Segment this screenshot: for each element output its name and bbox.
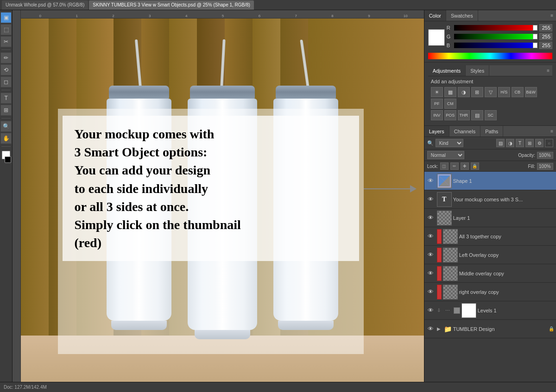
layer-middle-overlay[interactable]: 👁 Middle overlay copy: [424, 264, 556, 283]
filter-shape[interactable]: ⊞: [525, 139, 534, 147]
arrow-line: [364, 188, 410, 189]
tab-styles[interactable]: Styles: [466, 65, 489, 76]
lock-position[interactable]: ✚: [461, 162, 469, 170]
adj-photo[interactable]: PF: [431, 99, 443, 109]
green-channel-row: G 255: [447, 33, 552, 40]
adjustments-panel: Adjustments Styles ≡ Add an adjustment ☀…: [424, 62, 556, 126]
layer-text-mockup[interactable]: 👁 T Your mockup comes with 3 S...: [424, 190, 556, 209]
filter-type[interactable]: T: [516, 139, 524, 147]
lock-paint[interactable]: ✏: [450, 162, 459, 170]
adj-invert[interactable]: INV: [431, 110, 443, 120]
adj-levels[interactable]: ▦: [444, 87, 456, 97]
arrow-indicator: [364, 185, 417, 193]
tool-type[interactable]: T: [0, 93, 12, 104]
tab-unmask[interactable]: Unmask Whole.psd @ 57.0% (RGB/8): [2, 0, 88, 10]
tool-hand[interactable]: ✋: [0, 133, 12, 144]
spectrum-bar[interactable]: [428, 53, 552, 59]
layer-levels1[interactable]: 👁 ⇩ ⋯ Levels 1: [424, 301, 556, 320]
layer-eye-right[interactable]: 👁: [426, 288, 436, 295]
layer-eye-folder[interactable]: 👁: [426, 325, 436, 332]
tool-separator-4: [1, 146, 11, 147]
layer-eye-levels[interactable]: 👁: [426, 307, 436, 314]
tool-measure[interactable]: ✂: [0, 36, 12, 47]
layer-tumbler-folder[interactable]: 👁 ▶ 📁 TUMBLER Design 🔒: [424, 320, 556, 338]
layers-panel: Layers Channels Paths ≡ 🔍 Kind ▨ ◑: [424, 126, 556, 382]
layer-eye-all3[interactable]: 👁: [426, 233, 436, 240]
b-value[interactable]: 255: [539, 42, 552, 49]
tool-clone[interactable]: ⟲: [0, 64, 12, 75]
tool-select[interactable]: ▣: [0, 12, 12, 23]
layer-eye-middle[interactable]: 👁: [426, 270, 436, 277]
r-value[interactable]: 255: [539, 24, 552, 31]
layer-1[interactable]: 👁 Layer 1: [424, 209, 556, 227]
blend-mode-select[interactable]: Normal: [427, 151, 464, 159]
layer-left-overlay[interactable]: 👁 Left Overlay copy: [424, 246, 556, 264]
b-slider[interactable]: [454, 43, 537, 48]
layers-filter-row: 🔍 Kind ▨ ◑ T ⊞ ⚙ ○: [424, 137, 556, 149]
adj-colorbalance[interactable]: CB: [512, 87, 524, 97]
layer-right-overlay[interactable]: 👁 right overlay copy: [424, 283, 556, 301]
lock-transparent[interactable]: ◫: [440, 162, 449, 170]
main-area: ▣ ⬚ ✂ ✏ ⟲ ◻ T ⊞ 🔍 ✋ 0 1 2 3 4 5 6 7 8: [0, 10, 556, 382]
adj-posterize[interactable]: POS: [444, 110, 456, 120]
top-tab-bar: Unmask Whole.psd @ 57.0% (RGB/8) SKINNY …: [0, 0, 556, 10]
layer-eye-layer1[interactable]: 👁: [426, 214, 436, 221]
filter-kind-select[interactable]: Kind: [436, 139, 463, 147]
tool-shape[interactable]: ⊞: [0, 105, 12, 116]
adj-hue[interactable]: H/S: [498, 87, 510, 97]
adj-vibrance[interactable]: ▽: [485, 87, 497, 97]
layer-name-middle-overlay: Middle overlay copy: [459, 271, 554, 276]
color-swatch[interactable]: [428, 29, 445, 46]
g-value[interactable]: 255: [539, 33, 552, 40]
adj-selectivecolor[interactable]: SC: [485, 110, 497, 120]
layer-all3-copy[interactable]: 👁 All 3 together copy: [424, 227, 556, 246]
layer-shape1[interactable]: 👁 Shape 1: [424, 172, 556, 190]
tab-skinny-tumblers[interactable]: SKINNY TUMBLERS 3 View w Smart Objects.p…: [89, 0, 254, 10]
tool-zoom[interactable]: 🔍: [0, 121, 12, 132]
adj-curves[interactable]: ◑: [458, 87, 470, 97]
adjustment-icons-row2: INV POS THR ▤ SC: [431, 110, 550, 120]
tab-paths[interactable]: Paths: [480, 126, 503, 137]
lock-all[interactable]: 🔒: [471, 162, 479, 170]
filter-adjustment[interactable]: ◑: [506, 139, 514, 147]
tab-color[interactable]: Color: [424, 10, 446, 21]
adj-channelmixer[interactable]: CM: [444, 99, 456, 109]
r-slider[interactable]: [454, 25, 537, 31]
filter-toggle[interactable]: ○: [545, 139, 553, 147]
fill-input[interactable]: [537, 163, 553, 170]
layer-eye-left[interactable]: 👁: [426, 251, 436, 258]
canvas-inner[interactable]: Your mockup comes with3 Smart Object opt…: [21, 19, 423, 382]
adj-threshold[interactable]: THR: [458, 110, 470, 120]
tool-paint[interactable]: ✏: [0, 52, 12, 63]
opacity-input[interactable]: [537, 152, 553, 159]
tab-swatches[interactable]: Swatches: [446, 10, 478, 21]
g-slider[interactable]: [454, 34, 537, 39]
layer-thumb-layer1: [437, 211, 452, 225]
arrow-head: [410, 185, 417, 193]
adj-gradient[interactable]: ▤: [471, 110, 483, 120]
ruler-vertical: [13, 10, 21, 382]
layer-thumb-right-overlay: [443, 285, 458, 299]
tab-layers[interactable]: Layers: [424, 126, 449, 137]
filter-smart[interactable]: ⚙: [535, 139, 543, 147]
tab-channels[interactable]: Channels: [449, 126, 480, 137]
tool-crop[interactable]: ⬚: [0, 24, 12, 35]
adj-exposure[interactable]: ⊞: [471, 87, 483, 97]
tool-background-color[interactable]: [5, 156, 11, 163]
tab-adjustments[interactable]: Adjustments: [428, 65, 466, 76]
tool-eraser[interactable]: ◻: [0, 76, 12, 87]
adjustments-panel-tabs: Adjustments Styles ≡: [428, 65, 552, 76]
adj-panel-expand[interactable]: ≡: [544, 65, 552, 76]
layer-eye-text[interactable]: 👁: [426, 196, 436, 203]
tool-separator-1: [1, 50, 11, 50]
color-panel-expand[interactable]: ≡: [548, 10, 556, 21]
lid-center: [190, 86, 255, 99]
adj-bw[interactable]: B&W: [525, 87, 537, 97]
layer-eye-shape1[interactable]: 👁: [426, 177, 436, 184]
lid-left: [109, 86, 169, 99]
layers-list: 👁 Shape 1 👁 T Your mockup comes with 3 S…: [424, 172, 556, 382]
layers-panel-expand[interactable]: ≡: [548, 129, 556, 134]
folder-arrow[interactable]: ▶: [437, 326, 442, 331]
filter-pixel[interactable]: ▨: [496, 139, 505, 147]
adj-brightness[interactable]: ☀: [431, 87, 443, 97]
